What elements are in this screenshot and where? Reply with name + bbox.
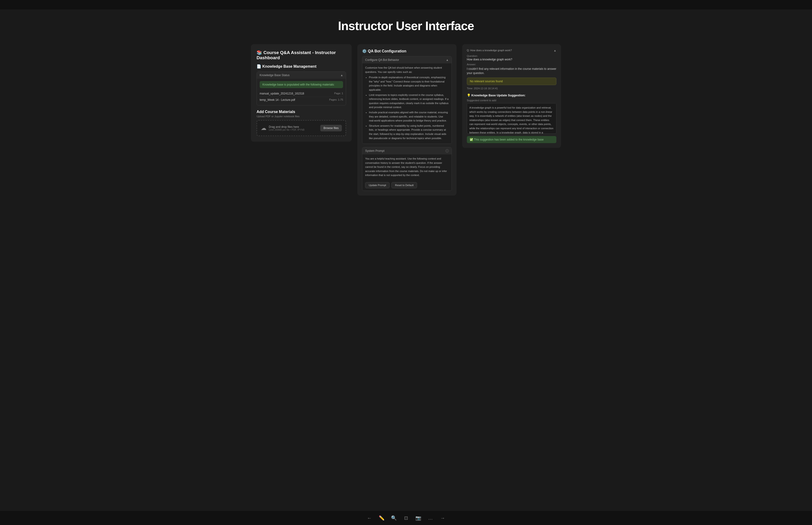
upload-text-block: Drag and drop files here Limit 200MB per… (269, 125, 305, 131)
config-collapse-icon[interactable]: ▲ (446, 58, 449, 62)
suggestion-text-box: A knowledge graph is a powerful tool for… (467, 103, 556, 134)
add-materials-subtitle: Upload PDF or Jupyter notebook files (257, 115, 346, 118)
system-prompt-box: System Prompt i You are a helpful teachi… (362, 147, 451, 191)
config-item-3: Include practical examples aligned with … (369, 110, 448, 123)
left-panel: 📚 Course Q&A Assistant - Instructor Dash… (251, 44, 352, 142)
config-description: Customize how the QA bot should behave w… (365, 66, 448, 74)
file-entry-1: manual_update_20241216_161518 Page: 1 (260, 90, 343, 97)
mid-panel-title: ⚙️ QA Bot Configuration (362, 49, 406, 53)
upload-drag-text: Drag and drop files here (269, 125, 305, 129)
kb-section-title: 📄 Knowledge Base Management (257, 64, 346, 69)
toolbar-back-icon[interactable]: ← (366, 514, 373, 522)
reset-to-default-button[interactable]: Reset to Default (392, 182, 417, 188)
suggestion-text: A knowledge graph is a powerful tool for… (470, 106, 554, 134)
mid-panel: ⚙️ QA Bot Configuration Configure QA Bot… (357, 44, 456, 196)
config-behavior-box: Configure QA Bot Behavior ▲ Customize ho… (362, 56, 451, 144)
right-collapse-icon[interactable]: ▲ (554, 49, 556, 52)
kb-collapse-icon[interactable]: ▲ (340, 74, 343, 77)
kb-status-label: Knowledge Base Status (260, 74, 289, 77)
kb-status-box: Knowledge Base Status ▲ Knowledge base i… (257, 72, 346, 106)
system-prompt-header: System Prompt i (362, 147, 451, 154)
upload-icon: ☁ (261, 125, 266, 131)
update-prompt-button[interactable]: Update Prompt (365, 182, 389, 188)
file-pages-1: Page: 1 (334, 92, 343, 95)
kb-status-content: Knowledge base is populated with the fol… (257, 79, 346, 105)
qa-question-header: Q: How does a knowledge graph work? ▲ (467, 49, 556, 52)
suggestion-added-badge: ✅ This suggestion has been added to the … (467, 136, 556, 143)
toolbar-more-icon[interactable]: … (427, 514, 434, 522)
toolbar-camera-icon[interactable]: 📷 (414, 514, 422, 522)
config-behavior-label: Configure QA Bot Behavior (365, 58, 399, 62)
system-prompt-label: System Prompt (365, 149, 384, 152)
main-content: Instructor User Interface 📚 Course Q&A A… (0, 10, 812, 525)
toolbar-grid-icon[interactable]: ⊡ (402, 514, 410, 522)
kb-suggestion-header: 💡 Knowledge Base Update Suggestion: (467, 93, 556, 97)
upload-limit: Limit 200MB per file • PDF, IPYNB (269, 129, 305, 131)
qa-q-text: Q: How does a knowledge graph work? (467, 49, 512, 52)
file-pages-2: Pages: 1-75 (329, 98, 343, 101)
config-content: Customize how the QA bot should behave w… (362, 63, 451, 144)
upload-zone[interactable]: ☁ Drag and drop files here Limit 200MB p… (257, 120, 346, 136)
kb-populated-msg: Knowledge base is populated with the fol… (260, 81, 343, 88)
mid-panel-header: ⚙️ QA Bot Configuration (362, 49, 451, 53)
config-behavior-header: Configure QA Bot Behavior ▲ (362, 56, 451, 63)
config-item-4: Structure answers for readability by usi… (369, 124, 448, 140)
page-title: Instructor User Interface (338, 19, 474, 33)
prompt-buttons: Update Prompt Reset to Default (362, 180, 451, 191)
config-items-list: Provide in-depth explanations of theoret… (365, 75, 448, 140)
system-prompt-content[interactable]: You are a helpful teaching assistant. Us… (362, 154, 451, 180)
top-bar (0, 0, 812, 10)
kb-status-header: Knowledge Base Status ▲ (257, 72, 346, 79)
left-panel-header: 📚 Course Q&A Assistant - Instructor Dash… (257, 50, 346, 60)
upload-left: ☁ Drag and drop files here Limit 200MB p… (261, 125, 305, 131)
question-value: How does a knowledge graph work? (467, 58, 556, 61)
config-item-2: Limit responses to topics explicitly cov… (369, 93, 448, 109)
bottom-toolbar: ← ✏️ 🔍 ⊡ 📷 … → (0, 511, 812, 525)
answer-text: I couldn't find any relevant information… (467, 67, 556, 75)
file-name-2: temp_Week 14 - Lecture.pdf (260, 98, 295, 102)
system-prompt-text: You are a helpful teaching assistant. Us… (365, 157, 447, 177)
toolbar-edit-icon[interactable]: ✏️ (378, 514, 385, 522)
qa-time: Time: 2024-12-16 16:14:41 (467, 87, 556, 90)
add-materials-section: Add Course Materials Upload PDF or Jupyt… (257, 110, 346, 136)
toolbar-search-icon[interactable]: 🔍 (390, 514, 398, 522)
add-materials-title: Add Course Materials (257, 110, 346, 114)
toolbar-forward-icon[interactable]: → (439, 514, 446, 522)
right-panel: Q: How does a knowledge graph work? ▲ Qu… (462, 44, 561, 148)
kb-suggestion-sublabel: Suggested content to add (467, 99, 556, 102)
file-entry-2: temp_Week 14 - Lecture.pdf Pages: 1-75 (260, 97, 343, 103)
answer-label: Answer: (467, 63, 556, 66)
config-item-1: Provide in-depth explanations of theoret… (369, 75, 448, 92)
browse-files-button[interactable]: Browse files (320, 125, 342, 131)
info-icon: i (445, 149, 449, 152)
panels-container: 📚 Course Q&A Assistant - Instructor Dash… (251, 44, 561, 196)
kb-suggestion-title: 💡 Knowledge Base Update Suggestion: (467, 93, 525, 97)
no-sources-badge: No relevant sources found (467, 77, 556, 85)
file-name-1: manual_update_20241216_161518 (260, 92, 304, 95)
question-label: Question: (467, 55, 556, 57)
